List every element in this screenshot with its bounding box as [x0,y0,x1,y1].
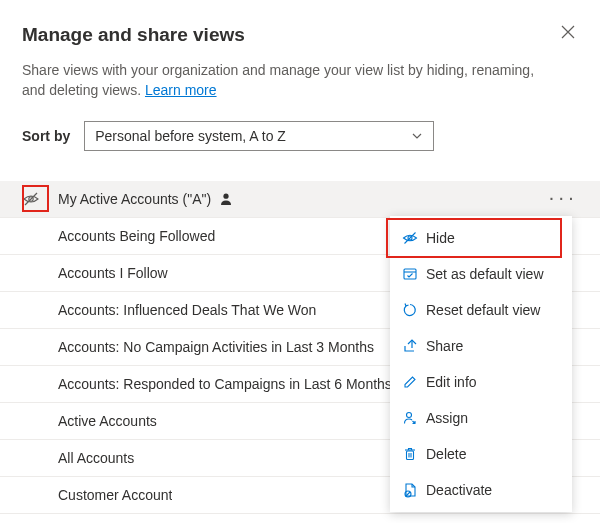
svg-line-14 [406,492,410,496]
menu-set-default[interactable]: Set as default view [390,256,572,292]
view-label: Accounts I Follow [54,265,168,281]
view-label: My Active Accounts ("A") [54,191,211,207]
svg-point-8 [407,413,412,418]
menu-delete[interactable]: Delete [390,436,572,472]
view-label: Accounts Being Followed [54,228,215,244]
delete-icon [402,446,426,462]
context-menu: Hide Set as default view Reset default v… [390,216,572,512]
view-label: Accounts: Influenced Deals That We Won [54,302,316,318]
hide-view-icon [22,190,54,208]
menu-reset-default[interactable]: Reset default view [390,292,572,328]
set-default-icon [402,266,426,282]
close-icon [561,25,575,39]
view-label: Customer Account [54,487,172,503]
sort-select-value: Personal before system, A to Z [95,128,286,144]
view-row[interactable]: My Active Accounts ("A") · · · [0,181,600,218]
menu-edit-info[interactable]: Edit info [390,364,572,400]
svg-rect-5 [404,269,416,279]
svg-rect-9 [407,451,414,460]
view-label: Accounts: No Campaign Activities in Last… [54,339,374,355]
sort-select[interactable]: Personal before system, A to Z [84,121,434,151]
view-label: All Accounts [54,450,134,466]
share-icon [402,338,426,354]
person-icon [219,192,233,206]
chevron-down-icon [411,130,423,142]
menu-hide[interactable]: Hide [390,220,572,256]
assign-icon [402,410,426,426]
menu-share[interactable]: Share [390,328,572,364]
close-button[interactable] [558,22,578,42]
reset-icon [402,302,426,318]
svg-line-4 [405,233,416,244]
view-row[interactable]: Customers [0,514,600,523]
learn-more-link[interactable]: Learn more [145,82,217,98]
sort-label: Sort by [22,128,70,144]
dialog-subheading: Share views with your organization and m… [22,60,552,101]
more-actions-button[interactable]: · · · [546,191,578,207]
svg-line-1 [25,193,37,205]
menu-deactivate[interactable]: Deactivate [390,472,572,508]
svg-point-2 [224,193,229,198]
dialog-title: Manage and share views [22,24,578,46]
view-label: Active Accounts [54,413,157,429]
view-label: Accounts: Responded to Campaigns in Last… [54,376,392,392]
hide-icon [402,230,426,246]
edit-icon [402,374,426,390]
menu-assign[interactable]: Assign [390,400,572,436]
deactivate-icon [402,482,426,498]
